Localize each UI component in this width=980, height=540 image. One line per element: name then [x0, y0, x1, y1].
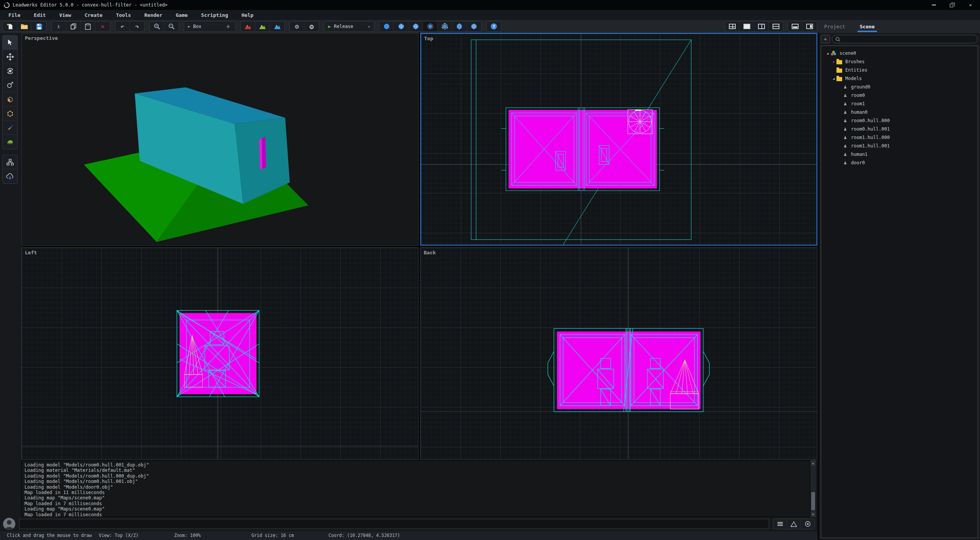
tree-row[interactable]: door0: [821, 159, 978, 167]
console-log[interactable]: Loading model "Models/room0.hull.001_dup…: [21, 460, 816, 517]
menu-item[interactable]: File: [7, 12, 22, 18]
primitive-dropdown-label: Box: [193, 24, 201, 29]
error-circle-icon: [805, 521, 811, 527]
viewport-left[interactable]: Left: [21, 247, 418, 460]
display-toggle-2[interactable]: [394, 21, 408, 31]
settings-button[interactable]: ⚙: [290, 21, 304, 31]
hierarchy-tool-button[interactable]: [3, 155, 17, 169]
tree-row[interactable]: ◢ scene0: [821, 49, 978, 57]
primitive-dropdown[interactable]: ▶ Box: [184, 21, 221, 31]
user-avatar[interactable]: [3, 518, 15, 530]
menu-item[interactable]: Edit: [32, 12, 47, 18]
cloud-download-button[interactable]: [3, 169, 17, 183]
add-entity-button[interactable]: +: [821, 35, 830, 43]
menu-item[interactable]: Game: [174, 12, 189, 18]
display-toggle-7[interactable]: [467, 21, 481, 31]
menu-item[interactable]: Tools: [114, 12, 132, 18]
menu-item[interactable]: Help: [240, 12, 255, 18]
redo-button[interactable]: ↷: [130, 21, 144, 31]
expander-icon[interactable]: ◢: [831, 77, 836, 80]
copy-button[interactable]: [66, 21, 81, 31]
toggle-sidebar-button[interactable]: [802, 21, 817, 31]
move-tool-button[interactable]: [3, 50, 17, 64]
add-primitive-button[interactable]: +: [221, 21, 235, 31]
menu-item[interactable]: Create: [83, 12, 104, 18]
log-filter-errors-button[interactable]: [801, 519, 815, 529]
undo-button[interactable]: ↶: [115, 21, 130, 31]
minimize-button[interactable]: [931, 2, 936, 8]
tree-row[interactable]: ▸ Brushes: [821, 57, 978, 66]
console-scrollbar[interactable]: ▲ ▼: [810, 460, 816, 517]
rotate-tool-button[interactable]: [3, 64, 17, 78]
layout-hsplit-button[interactable]: [769, 21, 783, 31]
expander-icon[interactable]: ◢: [825, 52, 830, 55]
tree-row[interactable]: room1: [821, 100, 978, 108]
restore-button[interactable]: [949, 2, 955, 8]
display-toggle-6[interactable]: [452, 21, 467, 31]
terrain-blue-button[interactable]: [270, 21, 284, 31]
help-button[interactable]: ?: [487, 21, 501, 31]
new-file-button[interactable]: [3, 21, 17, 31]
zoom-in-button[interactable]: [150, 21, 164, 31]
delete-button[interactable]: ✕: [95, 21, 110, 31]
viewport-perspective[interactable]: Perspective: [21, 33, 418, 245]
display-toggle-3[interactable]: [408, 21, 423, 31]
scene-search-input[interactable]: [843, 36, 974, 42]
tree-row[interactable]: ◢ Models: [821, 74, 978, 83]
tab-project[interactable]: Project: [824, 20, 845, 33]
expander-icon[interactable]: ▸: [831, 60, 836, 64]
console-command-input[interactable]: [19, 519, 769, 529]
tree-row[interactable]: room0.hull.001: [821, 125, 978, 133]
save-button[interactable]: [32, 21, 46, 31]
terrain-red-button[interactable]: [241, 21, 255, 31]
paste-button[interactable]: [81, 21, 95, 31]
scroll-up-icon[interactable]: ▲: [810, 460, 816, 466]
zoom-out-icon: [168, 23, 175, 29]
options-button[interactable]: ⚙: [304, 21, 319, 31]
tree-row[interactable]: human1: [821, 150, 978, 159]
open-button[interactable]: [17, 21, 32, 31]
terrain-tool-button[interactable]: [3, 135, 17, 149]
open-folder-icon: [21, 23, 28, 29]
select-tool-button[interactable]: [3, 36, 17, 50]
tree-item-icon: [836, 77, 842, 81]
tree-row[interactable]: room0: [821, 91, 978, 100]
main-toolbar: ✂ ✕ ↶ ↷ ▶ Box +: [0, 20, 980, 33]
display-toggle-4[interactable]: [423, 21, 438, 31]
vertex-select-tool-button[interactable]: [3, 106, 17, 121]
cloud-download-icon: [6, 173, 14, 180]
layout-quad-button[interactable]: [725, 21, 740, 31]
menu-item[interactable]: Render: [143, 12, 164, 18]
menu-item[interactable]: View: [58, 12, 73, 18]
layout-vsplit-button[interactable]: [754, 21, 769, 31]
tree-row[interactable]: human0: [821, 108, 978, 116]
scrollbar-thumb[interactable]: [811, 492, 815, 510]
scene-search[interactable]: [832, 35, 978, 43]
cut-button[interactable]: ✂: [52, 21, 66, 31]
paint-tool-button[interactable]: [3, 121, 17, 135]
viewport-top[interactable]: Top: [420, 33, 817, 245]
log-filter-all-button[interactable]: [773, 519, 787, 529]
tree-item-icon: [843, 101, 848, 106]
tree-row[interactable]: Entities: [821, 66, 978, 74]
tab-scene[interactable]: Scene: [860, 20, 875, 33]
build-config-dropdown[interactable]: ▶ Release ▾: [324, 21, 374, 31]
terrain-green-button[interactable]: [255, 21, 270, 31]
display-toggle-5[interactable]: [438, 21, 452, 31]
face-select-tool-button[interactable]: [3, 92, 17, 106]
layout-single-button[interactable]: [740, 21, 754, 31]
tree-row[interactable]: ground0: [821, 83, 978, 91]
close-button[interactable]: ✕: [968, 2, 973, 8]
scroll-down-icon[interactable]: ▼: [810, 512, 816, 517]
viewport-back[interactable]: Back: [420, 247, 817, 460]
tree-row[interactable]: room0.hull.000: [821, 116, 978, 125]
tree-row[interactable]: room1.hull.001: [821, 142, 978, 150]
menu-item[interactable]: Scripting: [199, 12, 229, 18]
display-toggle-1[interactable]: [379, 21, 394, 31]
log-filter-warnings-button[interactable]: [787, 519, 801, 529]
zoom-out-button[interactable]: [164, 21, 179, 31]
scale-tool-button[interactable]: [3, 78, 17, 92]
toggle-console-button[interactable]: [788, 21, 802, 31]
status-grid-size: Grid size: 16 cm: [252, 533, 294, 538]
tree-row[interactable]: room1.hull.000: [821, 133, 978, 142]
